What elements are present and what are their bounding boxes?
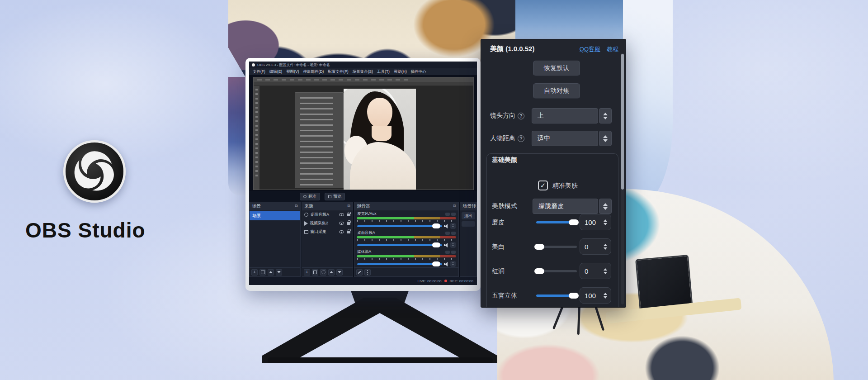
chevron-down-icon[interactable] [604,223,607,225]
mixer-settings-button[interactable] [356,269,363,276]
slider-handle[interactable] [534,244,544,250]
lock-icon[interactable] [347,231,350,233]
transition-option-button[interactable] [462,221,475,227]
speaker-icon[interactable] [444,224,448,228]
settings-icon[interactable] [451,232,456,235]
add-source-button[interactable]: + [304,269,310,276]
speaker-icon[interactable] [444,262,448,266]
menu-plugin-center[interactable]: 插件中心 [411,69,426,75]
source-down-button[interactable] [336,269,343,276]
channel-name: 麦克风/Aux [357,211,377,217]
menu-help[interactable]: 帮助(H) [394,69,407,75]
whitening-slider[interactable] [536,246,577,248]
help-icon[interactable]: ? [518,113,524,119]
chevron-up-icon[interactable] [604,268,607,271]
headphone-icon[interactable] [445,251,450,254]
scene-list-item[interactable]: 场景 [250,211,300,220]
autofocus-button[interactable]: 自动对焦 [533,83,580,99]
facial-depth-slider[interactable] [536,294,577,297]
camera-direction-select[interactable]: 上 [532,108,612,124]
restore-defaults-button[interactable]: 恢复默认 [533,61,580,76]
tutorial-link[interactable]: 教程 [607,45,618,53]
volume-slider-handle[interactable] [432,223,440,228]
channel-option-icons [445,251,456,254]
smoothing-slider[interactable] [536,221,577,223]
channel-more-button[interactable] [450,242,456,248]
popout-icon[interactable]: ⧉ [453,204,456,209]
select-spinner[interactable] [599,108,612,124]
source-name: 视频采集2 [310,220,337,226]
headphone-icon[interactable] [445,213,450,216]
facial-depth-spinbox[interactable]: 100 [580,287,611,304]
mixer-more-button[interactable] [364,269,371,276]
scene-down-button[interactable] [276,269,282,276]
smoothing-spinbox[interactable]: 100 [580,214,611,230]
chevron-down-icon[interactable] [604,296,607,299]
source-row[interactable]: 视频采集2 [302,219,353,228]
menu-tools[interactable]: 工具(T) [377,69,390,75]
chevron-up-icon[interactable] [604,293,607,295]
popout-icon[interactable]: ⧉ [348,204,350,209]
menu-file[interactable]: 文件(F) [253,69,265,75]
portrait-face [367,98,392,128]
beauty-filter-panel: 美颜 (1.0.0.52) QQ客服 教程 恢复默认 自动对焦 镜头方向 ? 上… [481,39,626,308]
help-icon[interactable]: ? [518,135,524,142]
lock-icon[interactable] [347,214,350,216]
preview-standard-button[interactable]: 标准 [300,193,320,200]
qq-support-link[interactable]: QQ客服 [580,45,600,53]
slider-handle[interactable] [534,268,544,274]
channel-more-button[interactable] [450,223,456,229]
chevron-up-icon[interactable] [604,219,607,222]
popout-icon[interactable]: ⧉ [295,204,298,209]
transition-select[interactable]: 淡出 [462,212,475,219]
headphone-icon[interactable] [445,232,450,235]
menu-profile[interactable]: 配置文件(P) [328,69,348,75]
select-spinner[interactable] [599,199,612,214]
rosy-slider[interactable] [536,270,577,272]
select-spinner[interactable] [599,131,612,146]
menu-docks[interactable]: 停靠部件(D) [303,69,324,75]
person-distance-select[interactable]: 适中 [532,131,612,146]
camera-direction-text: 镜头方向 [490,112,515,120]
volume-slider-handle[interactable] [432,242,440,247]
volume-slider[interactable] [357,225,442,227]
channel-option-icons [445,232,456,235]
visibility-eye-icon[interactable] [339,230,344,233]
source-row[interactable]: 桌面音频A [302,210,353,219]
add-scene-button[interactable]: + [251,269,258,276]
volume-slider-handle[interactable] [432,261,440,266]
lock-icon[interactable] [347,222,350,225]
volume-meter [357,217,456,219]
menu-scene-collection[interactable]: 场景集合(S) [353,69,373,75]
channel-more-button[interactable] [450,261,456,267]
rosy-spinbox[interactable]: 0 [580,263,611,279]
remove-source-button[interactable] [312,269,318,276]
scene-up-button[interactable] [268,269,274,276]
transition-name: 淡出 [464,213,472,219]
volume-slider[interactable] [357,263,442,265]
settings-icon[interactable] [451,251,456,254]
remove-scene-button[interactable] [259,269,266,276]
settings-icon[interactable] [451,213,456,216]
chevron-up-icon[interactable] [604,244,607,246]
visibility-eye-icon[interactable] [339,222,344,225]
preview-preview-button[interactable]: 预览 [325,193,345,200]
chevron-down-icon[interactable] [604,272,607,274]
chevron-down-icon[interactable] [604,247,607,250]
slider-handle[interactable] [569,219,579,225]
menu-edit[interactable]: 编辑(E) [269,69,282,75]
speaker-icon[interactable] [444,243,448,247]
obs-menubar: 文件(F) 编辑(E) 视图(V) 停靠部件(D) 配置文件(P) 场景集合(S… [249,68,477,75]
slider-handle[interactable] [569,293,579,299]
source-properties-button[interactable] [320,269,326,276]
skin-mode-select[interactable]: 朦胧磨皮 [533,199,612,214]
whitening-spinbox[interactable]: 0 [580,238,611,255]
scenes-toolbar: + [250,267,300,276]
visibility-eye-icon[interactable] [339,213,344,216]
source-row[interactable]: 窗口采集 [302,228,353,236]
menu-view[interactable]: 视图(V) [286,69,299,75]
volume-slider[interactable] [357,244,442,246]
panel-scrollbar-thumb[interactable] [621,54,624,190]
precise-skin-checkbox[interactable]: ✓ [538,180,548,190]
source-up-button[interactable] [328,269,335,276]
